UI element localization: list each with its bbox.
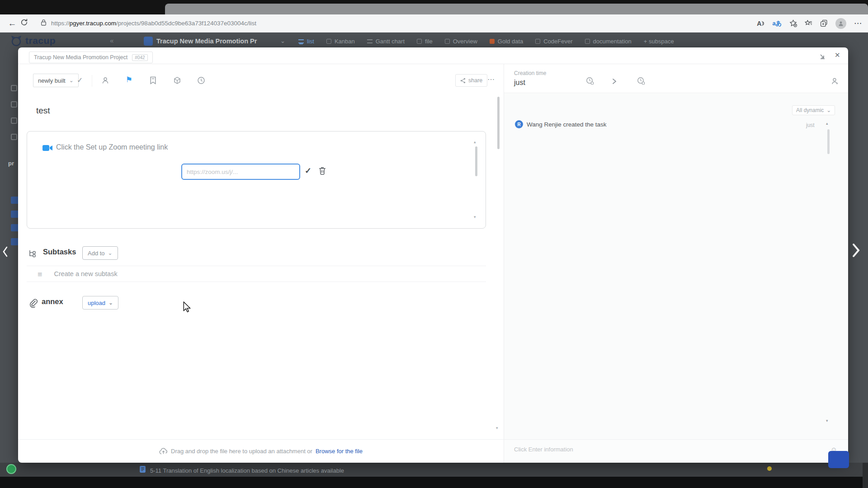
read-aloud-icon[interactable]: A bbox=[757, 20, 764, 27]
add-to-button[interactable]: Add to ⌄ bbox=[82, 246, 118, 260]
comment-input[interactable] bbox=[514, 446, 803, 453]
add-member-icon[interactable] bbox=[830, 77, 839, 87]
breadcrumb[interactable]: Tracup New Media Promotion Project #042 bbox=[29, 52, 153, 63]
profile-avatar[interactable] bbox=[835, 18, 846, 29]
codefever-icon bbox=[535, 39, 540, 44]
floating-action-button[interactable] bbox=[828, 451, 849, 468]
overview-icon bbox=[445, 39, 450, 44]
start-time-icon[interactable] bbox=[586, 77, 594, 87]
comment-bar: ☺ bbox=[504, 439, 848, 463]
tab-codefever[interactable]: CodeFever bbox=[535, 38, 572, 45]
browser-tab-strip bbox=[0, 0, 868, 14]
box-scroll-down-icon[interactable]: ▾ bbox=[474, 215, 476, 219]
project-name[interactable]: Tracup New Media Promotion Pr bbox=[156, 38, 257, 45]
activity-feed: All dynamic ⌄ R Wang Renjie created the … bbox=[504, 93, 848, 439]
upload-label: upload bbox=[88, 300, 105, 306]
expand-corner-icon[interactable] bbox=[819, 53, 826, 62]
zoom-link-input[interactable] bbox=[181, 164, 300, 180]
task-title[interactable]: test bbox=[36, 106, 50, 116]
annex-heading: annex bbox=[42, 297, 63, 306]
sidebar-icon-4[interactable] bbox=[11, 134, 17, 140]
activity-panel: Creation time just All dynamic ⌄ bbox=[504, 64, 848, 463]
task-doc-icon bbox=[139, 465, 146, 475]
activity-filter-dropdown[interactable]: All dynamic ⌄ bbox=[792, 105, 835, 115]
browser-menu-icon[interactable]: ⋯ bbox=[854, 19, 862, 28]
share-label: share bbox=[468, 77, 482, 84]
share-button[interactable]: share bbox=[455, 74, 487, 87]
lock-icon[interactable] bbox=[41, 19, 47, 28]
tab-list[interactable]: list bbox=[298, 38, 314, 45]
chevron-down-icon: ⌄ bbox=[108, 250, 113, 256]
main-scroll-down-icon[interactable]: ▾ bbox=[496, 426, 498, 430]
url-bar[interactable]: https://pgyer.tracup.com/projects/98ab0d… bbox=[51, 20, 256, 27]
prev-task-chevron[interactable] bbox=[2, 246, 8, 259]
favorites-add-icon[interactable] bbox=[789, 19, 797, 27]
delete-trash-icon[interactable] bbox=[318, 166, 326, 177]
browse-file-link[interactable]: Browse for the file bbox=[316, 448, 363, 455]
create-subtask-row[interactable]: ▦ Create a new subtask bbox=[27, 266, 486, 282]
panel-scroll-up-icon[interactable]: ▴ bbox=[826, 121, 828, 126]
sidebar-collapse-icon[interactable]: « bbox=[110, 37, 113, 44]
sidebar-icon-2[interactable] bbox=[11, 101, 17, 108]
tab-add-subspace[interactable]: + subspace bbox=[644, 38, 674, 45]
background-task-title[interactable]: 5-11 Translation of English localization… bbox=[150, 467, 344, 474]
close-icon[interactable]: ✕ bbox=[835, 51, 840, 59]
url-path: /projects/98ab0d55dc9be63a73f124037e0300… bbox=[116, 20, 256, 27]
tab-documentation[interactable]: documentation bbox=[585, 38, 632, 45]
kanban-icon bbox=[326, 39, 331, 44]
module-cube-icon[interactable] bbox=[173, 76, 181, 86]
sidebar-icon-3[interactable] bbox=[11, 117, 17, 124]
status-dropdown[interactable]: newly built ⌄ bbox=[33, 74, 79, 87]
collections-icon[interactable] bbox=[805, 19, 812, 27]
panel-scrollbar-thumb[interactable] bbox=[827, 129, 830, 154]
video-camera-icon bbox=[42, 144, 53, 154]
priority-flag-icon[interactable]: ⚑ bbox=[126, 75, 132, 84]
next-task-chevron[interactable] bbox=[852, 243, 860, 259]
browser-toolbar: ← https://pgyer.tracup.com/projects/98ab… bbox=[0, 14, 868, 33]
due-time-icon[interactable] bbox=[197, 76, 205, 86]
tab-actions-icon[interactable] bbox=[820, 19, 828, 27]
tab-file[interactable]: file bbox=[417, 38, 433, 45]
upload-button[interactable]: upload ⌄ bbox=[82, 296, 118, 310]
url-domain: pgyer.tracup.com bbox=[70, 20, 117, 27]
page-scrollbar[interactable] bbox=[863, 463, 868, 488]
project-chevron-icon[interactable]: ⌄ bbox=[280, 38, 285, 44]
main-scrollbar-thumb[interactable] bbox=[497, 97, 500, 149]
refresh-icon[interactable] bbox=[18, 19, 30, 28]
help-bubble-icon[interactable] bbox=[6, 464, 16, 474]
toolbar-divider bbox=[92, 75, 92, 87]
translate-icon[interactable]: aあ bbox=[772, 19, 782, 28]
paperclip-icon bbox=[28, 298, 38, 310]
chevron-down-icon: ⌄ bbox=[108, 300, 113, 306]
sidebar-icon-1[interactable] bbox=[11, 85, 17, 91]
share-icon bbox=[460, 78, 466, 84]
bookmark-icon[interactable] bbox=[149, 76, 157, 86]
tab-overview[interactable]: Overview bbox=[445, 38, 477, 45]
create-subtask-label: Create a new subtask bbox=[54, 270, 117, 277]
tab-gold-data[interactable]: Gold data bbox=[490, 38, 523, 45]
more-actions-icon[interactable]: ⋯ bbox=[487, 75, 495, 84]
avatar: R bbox=[515, 120, 523, 128]
attachment-dropzone[interactable]: Drag and drop the file here to upload an… bbox=[18, 439, 504, 463]
tab-gantt[interactable]: Gantt chart bbox=[367, 38, 405, 45]
complete-check-icon[interactable]: ✓ bbox=[77, 76, 83, 84]
box-scroll-up-icon[interactable]: ▴ bbox=[474, 140, 476, 144]
status-dot bbox=[767, 466, 772, 471]
creation-time-label: Creation time bbox=[514, 70, 546, 76]
tracup-logo-text: tracup bbox=[25, 35, 56, 46]
creation-time-value: just bbox=[514, 79, 525, 87]
back-icon[interactable]: ← bbox=[6, 19, 18, 28]
tab-kanban[interactable]: Kanban bbox=[326, 38, 355, 45]
gantt-icon bbox=[367, 39, 373, 43]
bottom-black-strip bbox=[0, 477, 868, 488]
panel-scroll-down-icon[interactable]: ▾ bbox=[826, 418, 828, 423]
assignee-icon[interactable] bbox=[101, 76, 109, 86]
description-box[interactable]: Click the Set up Zoom meeting link ✓ ▴ ▾ bbox=[27, 131, 486, 229]
zoom-link-prompt[interactable]: Click the Set up Zoom meeting link bbox=[56, 143, 168, 151]
confirm-check-icon[interactable]: ✓ bbox=[305, 166, 311, 176]
end-time-icon[interactable] bbox=[637, 77, 645, 87]
box-scrollbar-thumb[interactable] bbox=[475, 146, 477, 176]
browser-tab[interactable] bbox=[165, 4, 868, 14]
add-to-label: Add to bbox=[88, 250, 105, 257]
activity-filter-label: All dynamic bbox=[796, 107, 824, 113]
